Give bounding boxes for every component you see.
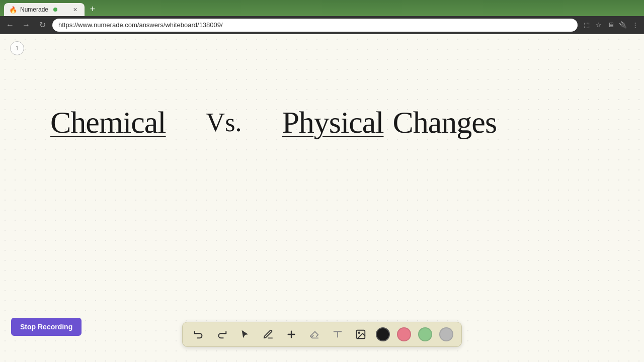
forward-button[interactable]: → <box>20 19 32 31</box>
cast-icon: ⬚ <box>582 20 592 30</box>
extensions-icon[interactable]: 🔌 <box>618 20 628 30</box>
active-tab[interactable]: 🔥 Numerade ✕ <box>4 3 85 16</box>
tab-title: Numerade <box>20 6 48 13</box>
address-input[interactable] <box>52 19 578 32</box>
image-button[interactable] <box>353 326 369 342</box>
undo-icon <box>193 329 204 340</box>
select-tool-button[interactable] <box>237 326 253 342</box>
text-icon <box>332 329 343 340</box>
title-chemical: Chemical <box>50 105 166 140</box>
menu-icon[interactable]: ⋮ <box>630 20 640 30</box>
cursor-icon <box>239 329 251 340</box>
svg-point-5 <box>358 332 360 333</box>
text-tool-button[interactable] <box>330 326 346 342</box>
whiteboard-title: Chemical Vs. Physical Changes <box>50 105 604 140</box>
reload-button[interactable]: ↻ <box>36 19 48 31</box>
address-bar-row: ← → ↻ ⬚ ☆ 🖥 🔌 ⋮ <box>0 16 644 34</box>
title-changes: Changes <box>393 105 497 140</box>
page-indicator: 1 <box>10 41 24 55</box>
browser-action-icons: ⬚ ☆ 🖥 🔌 ⋮ <box>582 20 640 30</box>
back-button[interactable]: ← <box>4 19 16 31</box>
eraser-icon <box>309 329 320 340</box>
whiteboard[interactable]: 1 Chemical Vs. Physical Changes Stop Rec… <box>0 34 644 362</box>
plus-icon <box>286 329 297 340</box>
color-pink[interactable] <box>397 327 411 341</box>
color-gray[interactable] <box>439 327 453 341</box>
tab-close-button[interactable]: ✕ <box>71 6 78 13</box>
display-icon: 🖥 <box>606 20 616 30</box>
title-vs: Vs. <box>206 108 242 137</box>
image-icon <box>355 329 366 340</box>
tab-bar: 🔥 Numerade ✕ + <box>0 0 644 16</box>
add-button[interactable] <box>283 326 299 342</box>
title-physical: Physical <box>282 105 383 140</box>
redo-button[interactable] <box>214 326 230 342</box>
color-black[interactable] <box>376 327 390 341</box>
new-tab-button[interactable]: + <box>87 3 99 15</box>
stop-recording-button[interactable]: Stop Recording <box>11 318 82 336</box>
browser-frame: 🔥 Numerade ✕ + ← → ↻ ⬚ ☆ 🖥 🔌 ⋮ 1 Chemica… <box>0 0 644 362</box>
tab-indicator <box>53 8 57 12</box>
bookmark-icon[interactable]: ☆ <box>594 20 604 30</box>
color-green[interactable] <box>418 327 432 341</box>
pen-icon <box>263 329 274 340</box>
undo-button[interactable] <box>191 326 207 342</box>
tab-favicon: 🔥 <box>9 6 17 14</box>
eraser-button[interactable] <box>306 326 323 342</box>
redo-icon <box>216 329 227 340</box>
pen-tool-button[interactable] <box>260 326 276 342</box>
toolbar <box>182 322 462 347</box>
